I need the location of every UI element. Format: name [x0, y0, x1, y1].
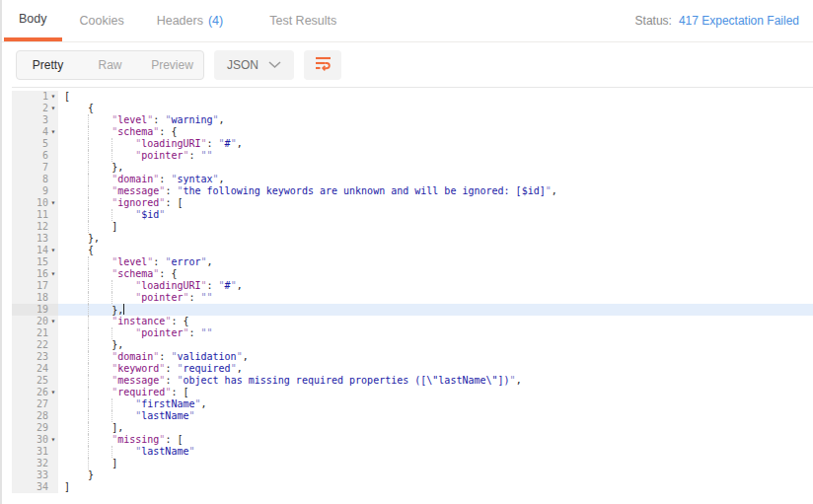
code-line[interactable]: 32 ] [12, 458, 813, 469]
code-line[interactable]: 5 "loadingURI": "#", [12, 138, 813, 150]
code-line-text[interactable]: "domain": "syntax", [58, 174, 813, 185]
code-line[interactable]: 8 "domain": "syntax", [12, 174, 813, 185]
code-line-text[interactable]: "lastName" [58, 410, 813, 422]
code-line[interactable]: 16▾ "schema": { [12, 268, 813, 280]
code-line-text[interactable]: } [58, 469, 813, 481]
code-line[interactable]: 34] [12, 481, 813, 493]
code-line-text[interactable]: ] [58, 458, 813, 469]
code-line-text[interactable]: [ [58, 91, 813, 103]
wrap-text-button[interactable] [304, 50, 341, 80]
code-line-text[interactable]: "loadingURI": "#", [58, 138, 813, 150]
code-line[interactable]: 10▾ "ignored": [ [12, 197, 813, 209]
code-line-text[interactable]: "schema": { [58, 126, 813, 138]
code-line-text[interactable]: "instance": { [58, 316, 813, 327]
code-line[interactable]: 11 "$id" [12, 209, 813, 221]
code-line[interactable]: 24 "keyword": "required", [12, 363, 813, 375]
code-line-text[interactable]: "pointer": "" [58, 150, 813, 162]
code-line[interactable]: 3 "level": "warning", [12, 114, 813, 126]
fold-toggle-icon[interactable]: ▾ [48, 316, 58, 327]
code-line[interactable]: 14▾ { [12, 245, 813, 256]
line-number: 8 [12, 174, 48, 185]
code-line[interactable]: 26▾ "required": [ [12, 387, 813, 398]
line-number: 13 [12, 233, 48, 245]
code-line[interactable]: 18 "pointer": "" [12, 292, 813, 304]
code-line[interactable]: 15 "level": "error", [12, 256, 813, 268]
code-line-text[interactable]: }, [58, 233, 813, 245]
code-line[interactable]: 23 "domain": "validation", [12, 351, 813, 363]
code-line[interactable]: 25 "message": "object has missing requir… [12, 375, 813, 387]
response-tabs: Body Cookies Headers (4) Test Results St… [2, 0, 813, 42]
code-line-text[interactable]: "message": "object has missing required … [58, 375, 813, 387]
fold-toggle-icon[interactable]: ▾ [48, 197, 58, 209]
code-line-text[interactable]: }, [58, 304, 813, 316]
code-line-text[interactable]: "required": [ [58, 387, 813, 398]
code-line-text[interactable]: "level": "error", [58, 256, 813, 268]
code-line-text[interactable]: ] [58, 481, 813, 493]
code-line[interactable]: 1▾[ [12, 91, 813, 103]
fold-toggle-icon[interactable]: ▾ [48, 126, 58, 138]
code-line-text[interactable]: "pointer": "" [58, 327, 813, 339]
code-line-text[interactable]: "pointer": "" [58, 292, 813, 304]
code-line-text[interactable]: "loadingURI": "#", [58, 280, 813, 292]
line-number: 30 [12, 434, 48, 446]
code-line-text[interactable]: "keyword": "required", [58, 363, 813, 375]
code-line[interactable]: 12 ] [12, 221, 813, 233]
fold-toggle-icon[interactable]: ▾ [48, 434, 58, 446]
gutter-cell: 28 [12, 410, 58, 422]
code-line[interactable]: 21 "pointer": "" [12, 327, 813, 339]
fold-toggle-icon[interactable]: ▾ [48, 387, 58, 398]
code-line[interactable]: 33 } [12, 469, 813, 481]
pretty-button[interactable]: Pretty [17, 51, 79, 79]
tab-test-results[interactable]: Test Results [269, 0, 336, 41]
code-line[interactable]: 9 "message": "the following keywords are… [12, 185, 813, 197]
code-line-text[interactable]: "ignored": [ [58, 197, 813, 209]
code-line-text[interactable]: "domain": "validation", [58, 351, 813, 363]
fold-toggle-icon[interactable]: ▾ [48, 91, 58, 103]
code-line[interactable]: 30▾ "missing": [ [12, 434, 813, 446]
line-number: 5 [12, 138, 48, 150]
tab-body[interactable]: Body [4, 0, 62, 41]
code-line-text[interactable]: "$id" [58, 209, 813, 221]
code-line-text[interactable]: { [58, 103, 813, 114]
line-number: 19 [12, 304, 48, 316]
raw-button[interactable]: Raw [79, 51, 141, 79]
wrap-text-icon [315, 55, 332, 75]
code-line[interactable]: 29 ], [12, 422, 813, 434]
fold-toggle-icon[interactable]: ▾ [48, 103, 58, 114]
fold-toggle-icon[interactable]: ▾ [48, 268, 58, 280]
code-line-text[interactable]: }, [58, 339, 813, 351]
code-line[interactable]: 22 }, [12, 339, 813, 351]
code-line[interactable]: 19 }, [12, 304, 813, 316]
code-line[interactable]: 31 "lastName" [12, 446, 813, 458]
code-line[interactable]: 4▾ "schema": { [12, 126, 813, 138]
code-line-text[interactable]: "firstName", [58, 398, 813, 410]
tab-headers[interactable]: Headers (4) [157, 0, 224, 41]
code-editor[interactable]: 1▾[2▾ {3 "level": "warning",4▾ "schema":… [12, 87, 813, 493]
code-line[interactable]: 6 "pointer": "" [12, 150, 813, 162]
code-line[interactable]: 13 }, [12, 233, 813, 245]
line-number: 23 [12, 351, 48, 363]
code-line-text[interactable]: "message": "the following keywords are u… [58, 185, 813, 197]
code-line-text[interactable]: ] [58, 221, 813, 233]
code-line-text[interactable]: { [58, 245, 813, 256]
code-line-text[interactable]: "schema": { [58, 268, 813, 280]
code-line[interactable]: 2▾ { [12, 103, 813, 114]
line-number: 3 [12, 114, 48, 126]
tab-cookies[interactable]: Cookies [80, 0, 124, 41]
language-select[interactable]: JSON [214, 50, 294, 80]
code-line[interactable]: 27 "firstName", [12, 398, 813, 410]
code-line[interactable]: 20▾ "instance": { [12, 316, 813, 327]
fold-toggle-icon[interactable]: ▾ [48, 245, 58, 256]
preview-button[interactable]: Preview [141, 51, 203, 79]
code-line-text[interactable]: "level": "warning", [58, 114, 813, 126]
code-line-text[interactable]: ], [58, 422, 813, 434]
line-number: 9 [12, 185, 48, 197]
code-line-text[interactable]: }, [58, 162, 813, 174]
code-line[interactable]: 7 }, [12, 162, 813, 174]
code-line-text[interactable]: "missing": [ [58, 434, 813, 446]
code-line[interactable]: 28 "lastName" [12, 410, 813, 422]
gutter-cell: 25 [12, 375, 58, 387]
gutter-cell: 22 [12, 339, 58, 351]
code-line[interactable]: 17 "loadingURI": "#", [12, 280, 813, 292]
code-line-text[interactable]: "lastName" [58, 446, 813, 458]
